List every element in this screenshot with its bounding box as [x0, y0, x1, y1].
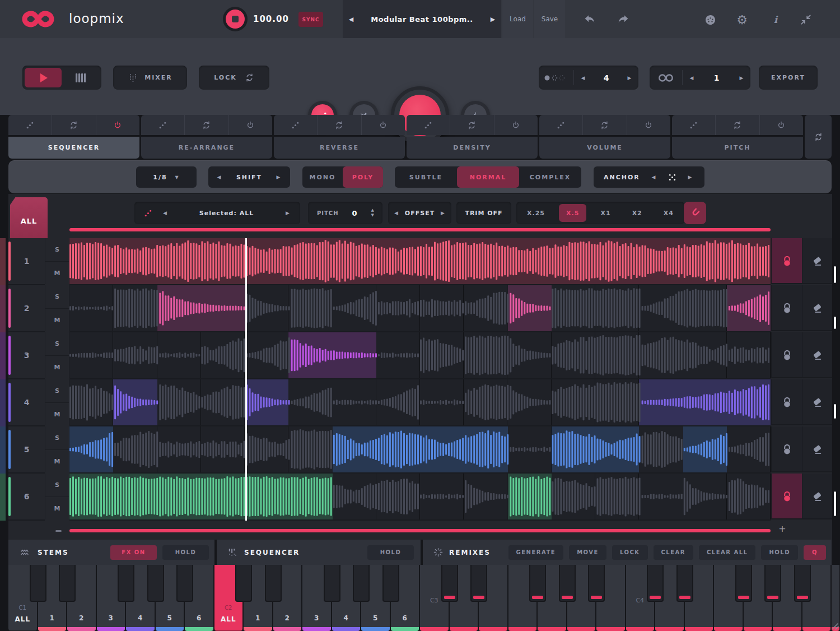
solo-button[interactable]: S [45, 285, 69, 309]
track-erase-button[interactable] [802, 285, 832, 331]
black-key[interactable] [559, 565, 576, 602]
sync-button[interactable]: SYNC [298, 12, 323, 27]
tab-pitch[interactable]: PITCH [672, 137, 803, 159]
track-lock-button[interactable] [771, 474, 802, 519]
anchor-prev-icon[interactable]: ◀ [640, 174, 668, 180]
track-number[interactable]: 4 [8, 379, 45, 426]
complex-button[interactable]: COMPLEX [519, 166, 581, 188]
mute-button[interactable]: M [45, 262, 69, 285]
tab-sequencer[interactable]: SEQUENCER [8, 137, 139, 159]
stems-hold-button[interactable]: HOLD [162, 545, 209, 560]
black-key[interactable] [794, 565, 811, 602]
normal-button[interactable]: NORMAL [457, 166, 519, 188]
track-erase-button[interactable] [802, 426, 832, 472]
track-scroll-indicator[interactable] [834, 317, 836, 329]
track-erase-button[interactable] [802, 238, 832, 284]
module-power-icon[interactable] [627, 115, 670, 135]
preset-name[interactable]: Modular Beat 100bpm.. [360, 15, 484, 24]
selected-prev-icon[interactable]: ◀ [153, 210, 178, 216]
speed-x_25[interactable]: X.25 [520, 204, 552, 222]
selected-next-icon[interactable]: ▶ [276, 210, 300, 216]
preset-next-icon[interactable]: ▶ [484, 16, 501, 23]
remixes-lock-button[interactable]: LOCK [612, 545, 648, 560]
mixer-button[interactable]: MIXER [113, 66, 187, 90]
undo-icon[interactable] [582, 12, 597, 27]
magnet-quantize-button[interactable] [684, 202, 706, 224]
track-erase-button[interactable] [802, 379, 832, 425]
module-refresh-icon[interactable] [52, 115, 95, 135]
module-dice-icon[interactable] [539, 115, 582, 135]
offset-left-icon[interactable]: ◀ [388, 210, 405, 216]
mute-button[interactable]: M [45, 309, 69, 332]
shift-right-icon[interactable]: ▶ [268, 174, 290, 180]
black-key[interactable] [676, 565, 693, 602]
remixes-generate-button[interactable]: GENERATE [508, 545, 564, 560]
tab-density[interactable]: DENSITY [407, 137, 538, 159]
mute-button[interactable]: M [45, 450, 69, 473]
module-dice-icon[interactable] [274, 115, 317, 135]
play-button[interactable] [25, 68, 62, 87]
subtle-button[interactable]: SUBTLE [395, 166, 457, 188]
waveform-lane[interactable] [69, 332, 771, 379]
speed-x_5[interactable]: X.5 [559, 204, 586, 222]
black-key[interactable] [470, 565, 487, 602]
solo-button[interactable]: S [45, 474, 69, 497]
save-button[interactable]: Save [534, 0, 565, 38]
loop-range-bar-bottom[interactable] [69, 529, 771, 532]
track-number[interactable]: 1 [8, 238, 45, 285]
module-dice-icon[interactable] [8, 115, 52, 135]
module-power-icon[interactable] [96, 115, 139, 135]
loop-range-bar-top[interactable] [69, 228, 771, 231]
black-key[interactable] [529, 565, 546, 602]
track-erase-button[interactable] [802, 332, 832, 378]
black-key[interactable] [30, 565, 46, 602]
track-scroll-indicator[interactable] [834, 491, 836, 516]
remixes-move-button[interactable]: MOVE [569, 545, 606, 560]
module-dice-icon[interactable] [141, 115, 184, 135]
track-scroll-indicator[interactable] [834, 404, 836, 419]
module-dice-icon[interactable] [407, 115, 450, 135]
redo-icon[interactable] [616, 12, 631, 27]
black-key[interactable] [353, 565, 370, 602]
speed-x1[interactable]: X1 [593, 204, 618, 222]
shift-left-icon[interactable]: ◀ [208, 174, 231, 180]
solo-button[interactable]: S [45, 332, 69, 356]
global-lock-button[interactable]: LOCK [199, 66, 269, 90]
settings-gear-icon[interactable]: ⚙ [735, 12, 749, 27]
waveform-lane[interactable] [69, 474, 771, 521]
module-power-icon[interactable] [361, 115, 405, 135]
speed-x4[interactable]: X4 [656, 204, 681, 222]
track-number[interactable]: 2 [8, 285, 45, 332]
poly-button[interactable]: POLY [343, 166, 383, 188]
track-lock-button[interactable] [771, 285, 802, 331]
black-key[interactable] [118, 565, 134, 602]
module-refresh-icon[interactable] [184, 115, 228, 135]
remixes-clear-all-button[interactable]: CLEAR ALL [699, 545, 755, 560]
module-dice-icon[interactable] [672, 115, 715, 135]
remixes-quantize-button[interactable]: Q [804, 545, 826, 560]
module-power-icon[interactable] [494, 115, 538, 135]
solo-button[interactable]: S [45, 238, 69, 262]
black-key[interactable] [324, 565, 340, 602]
module-power-icon[interactable] [759, 115, 803, 135]
black-key[interactable] [235, 565, 252, 602]
export-button[interactable]: EXPORT [759, 66, 818, 90]
info-icon[interactable]: i [768, 12, 783, 27]
mute-button[interactable]: M [45, 403, 69, 426]
speed-x2[interactable]: X2 [625, 204, 650, 222]
trim-toggle[interactable]: TRIM OFF [456, 202, 511, 224]
loop-next-icon[interactable]: ▶ [732, 75, 750, 81]
black-key[interactable] [647, 565, 664, 602]
track-lock-button[interactable] [771, 379, 802, 425]
solo-button[interactable]: S [45, 426, 69, 450]
black-key[interactable] [176, 565, 193, 602]
track-erase-button[interactable] [802, 474, 832, 519]
black-key[interactable] [59, 565, 76, 602]
resize-collapse-icon[interactable] [799, 12, 813, 27]
variation-prev-icon[interactable]: ◀ [574, 75, 592, 81]
module-refresh-icon[interactable] [450, 115, 493, 135]
mute-button[interactable]: M [45, 356, 69, 379]
stems-fx-on-button[interactable]: FX ON [110, 545, 157, 560]
black-key[interactable] [764, 565, 781, 602]
waveform-lane[interactable] [69, 426, 771, 474]
